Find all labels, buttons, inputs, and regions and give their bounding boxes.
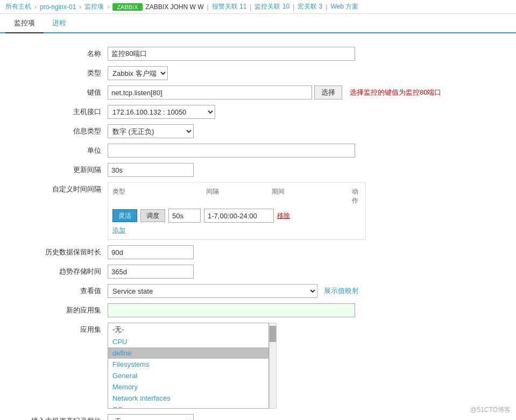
label-valuemap: 查看值 (11, 284, 108, 296)
nav-sep-6: | (293, 3, 294, 11)
input-history[interactable] (108, 245, 194, 259)
scrollbar-thumb (270, 326, 276, 342)
label-type: 类型 (11, 66, 108, 78)
nav-all-hosts[interactable]: 所有主机 (5, 2, 31, 11)
form-container: 名称 类型 Zabbix 客户端Zabbix 代理SNMP v1SNMP v2c… (0, 41, 484, 420)
list-item[interactable]: define (108, 347, 268, 359)
col-type: 类型 (112, 187, 158, 205)
watermark: @51CTO博客 (470, 405, 511, 415)
row-fill-asset: 填入主机资产纪录栏位 -无-操作系统类型型号软件 (11, 414, 473, 420)
row-name: 名称 (11, 47, 473, 61)
input-new-app[interactable] (108, 303, 355, 317)
nav-monitor-items[interactable]: 监控项 (84, 2, 104, 11)
nav-sep-1: › (34, 3, 37, 11)
btn-flexible[interactable]: 灵活 (112, 209, 137, 222)
input-custom-interval[interactable] (168, 209, 201, 223)
nav-sep-7: | (326, 3, 327, 11)
scrollbar-track[interactable] (269, 323, 277, 409)
key-annotation: 选择监控的键值为监控80端口 (350, 88, 441, 97)
btn-add-custom-time[interactable]: 添加 (112, 226, 125, 235)
add-custom-time-wrapper: 添加 (112, 226, 361, 235)
input-trend[interactable] (108, 265, 194, 279)
control-app-set: -无-CPUdefineFilesystemsGeneralMemoryNetw… (108, 323, 473, 409)
input-update-interval[interactable] (108, 163, 194, 177)
col-interval: 间隔 (206, 187, 229, 205)
control-new-app (108, 303, 473, 317)
label-trend: 趋势存储时间 (11, 265, 108, 276)
nav-sep-5: | (250, 3, 251, 11)
input-key[interactable] (108, 86, 312, 99)
label-new-app: 新的应用集 (11, 303, 108, 315)
app-list[interactable]: -无-CPUdefineFilesystemsGeneralMemoryNetw… (108, 323, 269, 409)
select-info-type[interactable]: 数字 (无正负)字符日志文本数字 (浮点) (108, 124, 194, 138)
list-item[interactable]: OS (108, 404, 268, 409)
label-unit: 单位 (11, 144, 108, 155)
col-action: 动作 (352, 187, 361, 205)
list-item[interactable]: CPU (108, 336, 268, 347)
control-name (108, 47, 473, 61)
tab-process[interactable]: 进程 (44, 14, 75, 32)
nav-badge: ZABBIX (112, 3, 142, 11)
row-info-type: 信息类型 数字 (无正负)字符日志文本数字 (浮点) (11, 124, 473, 138)
control-history (108, 245, 473, 259)
custom-time-header: 类型 间隔 期间 动作 (112, 187, 361, 205)
row-type: 类型 Zabbix 客户端Zabbix 代理SNMP v1SNMP v2cSNM… (11, 66, 473, 80)
input-custom-period[interactable] (204, 209, 274, 223)
custom-time-section: 类型 间隔 期间 动作 灵活 调度 移除 添加 (108, 182, 366, 240)
col-period: 期间 (272, 187, 309, 205)
list-item[interactable]: General (108, 370, 268, 381)
select-host-interface[interactable]: 172.16.100.132 : 10050 (108, 105, 215, 119)
label-update-interval: 更新间隔 (11, 163, 108, 175)
btn-remove-row[interactable]: 移除 (277, 211, 290, 220)
label-info-type: 信息类型 (11, 124, 108, 136)
label-name: 名称 (11, 47, 108, 59)
control-info-type: 数字 (无正负)字符日志文本数字 (浮点) (108, 124, 473, 138)
row-update-interval: 更新间隔 (11, 163, 473, 177)
btn-key-select[interactable]: 选择 (314, 86, 342, 99)
select-fill-asset[interactable]: -无-操作系统类型型号软件 (108, 414, 194, 420)
nav-web[interactable]: Web 方案 (330, 2, 358, 11)
tab-monitor-items[interactable]: 监控项 (5, 14, 44, 33)
select-valuemap[interactable]: Service state (108, 284, 317, 298)
nav-sep-4: | (207, 3, 209, 11)
label-custom-time: 自定义时间间隔 (11, 182, 108, 194)
control-update-interval (108, 163, 473, 177)
row-app-set: 应用集 -无-CPUdefineFilesystemsGeneralMemory… (11, 323, 473, 409)
btn-schedule[interactable]: 调度 (140, 209, 165, 222)
nav-host[interactable]: pro-nginx-01 (40, 3, 76, 11)
row-unit: 单位 (11, 144, 473, 158)
row-trend: 趋势存储时间 (11, 265, 473, 279)
control-unit (108, 144, 473, 158)
label-host-interface: 主机接口 (11, 105, 108, 117)
row-key: 键值 选择 选择监控的键值为监控80端口 (11, 86, 473, 99)
top-nav-bar: 所有主机 › pro-nginx-01 › 监控项 › ZABBIX ZABBI… (0, 0, 516, 14)
top-tabs: 监控项 进程 (0, 14, 516, 33)
key-input-wrapper: 选择 (108, 86, 342, 99)
label-app-set: 应用集 (11, 323, 108, 334)
list-item[interactable]: Filesystems (108, 359, 268, 370)
nav-macro[interactable]: 宏关联 3 (298, 2, 322, 11)
row-host-interface: 主机接口 172.16.100.132 : 10050 (11, 105, 473, 119)
row-history: 历史数据保留时长 (11, 245, 473, 259)
control-fill-asset: -无-操作系统类型型号软件 (108, 414, 473, 420)
row-new-app: 新的应用集 (11, 303, 473, 317)
control-valuemap: Service state 展示值映射 (108, 284, 473, 298)
nav-alarm[interactable]: 报警关联 11 (212, 2, 247, 11)
nav-sep-2: › (79, 3, 81, 11)
input-unit[interactable] (108, 144, 355, 158)
nav-current-user: ZABBIX JOHN W W (146, 3, 204, 11)
nav-monitor-link[interactable]: 监控关联 10 (255, 2, 289, 11)
label-fill-asset: 填入主机资产纪录栏位 (11, 414, 108, 420)
label-key: 键值 (11, 86, 108, 97)
custom-time-row-1: 灵活 调度 移除 (112, 209, 361, 223)
valuemap-link[interactable]: 展示值映射 (324, 286, 359, 296)
nav-sep-3: › (107, 3, 109, 11)
select-type[interactable]: Zabbix 客户端Zabbix 代理SNMP v1SNMP v2cSNMP v… (108, 66, 168, 80)
label-history: 历史数据保留时长 (11, 245, 108, 257)
control-trend (108, 265, 473, 279)
input-name[interactable] (108, 47, 355, 61)
list-item[interactable]: Memory (108, 381, 268, 393)
list-item[interactable]: -无- (108, 323, 268, 336)
control-host-interface: 172.16.100.132 : 10050 (108, 105, 473, 119)
list-item[interactable]: Network interfaces (108, 393, 268, 404)
